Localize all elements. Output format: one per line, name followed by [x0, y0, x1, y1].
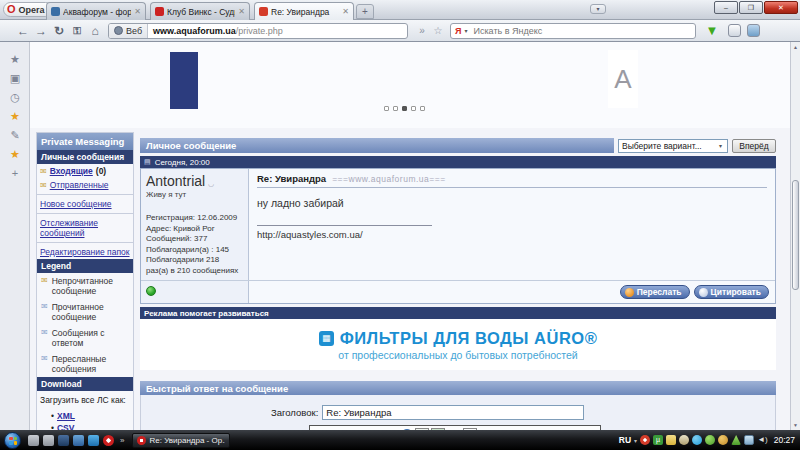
legend-read: Прочитанное сообщение	[52, 302, 130, 322]
tray-antivirus-icon[interactable]	[705, 435, 715, 445]
jump-select[interactable]: Выберите вариант... ▾	[618, 139, 728, 153]
tray-update-icon[interactable]	[718, 435, 728, 445]
tray-safely-remove-icon[interactable]	[731, 435, 741, 445]
back-button[interactable]: ←	[14, 24, 32, 38]
tray-key-icon[interactable]	[679, 435, 689, 445]
quote-button[interactable]: Цитировать	[694, 285, 769, 299]
message-cell: Re: Увирандра ===www.aquaforum.ua=== ну …	[249, 169, 775, 280]
address-bar[interactable]: Веб www.aquaforum.ua/private.php	[108, 23, 408, 39]
yandex-icon[interactable]: Я	[455, 26, 461, 36]
carousel-dot[interactable]	[411, 106, 416, 111]
download-caption: Загрузить все ЛС как:	[37, 391, 133, 407]
panel-history-icon[interactable]: ◷	[0, 88, 30, 107]
web-protocol-chip[interactable]: Веб	[109, 24, 148, 38]
images-toggle-icon[interactable]	[747, 24, 760, 37]
carousel-dot[interactable]	[384, 106, 389, 111]
carousel-dot[interactable]	[420, 106, 425, 111]
wand-key-icon[interactable]: ⚿	[68, 25, 86, 37]
quicklaunch-app-icon[interactable]	[58, 435, 69, 446]
scroll-up-icon[interactable]: ▲	[791, 42, 800, 52]
sidebar-item-new-message[interactable]: Новое сообщение	[40, 199, 112, 209]
quicklaunch-explorer-icon[interactable]	[73, 435, 84, 446]
quicklaunch-media-icon[interactable]	[88, 435, 99, 446]
taskbar-clock[interactable]: 20:27	[774, 435, 795, 445]
quicklaunch-desktop-icon[interactable]	[28, 435, 39, 446]
search-input[interactable]	[473, 26, 691, 36]
tab-klub-vinks[interactable]: Клуб Винкс - Судьба Б... ✕	[150, 2, 250, 20]
language-indicator[interactable]: RU	[619, 435, 631, 445]
pm-section-personal: Личные сообщения	[37, 150, 133, 164]
carousel-dot[interactable]	[393, 106, 398, 111]
tray-utorrent-icon[interactable]: µ	[653, 435, 663, 445]
subject-input[interactable]	[322, 405, 584, 420]
bookmark-star-icon[interactable]: ☆	[430, 25, 446, 36]
tray-network-icon[interactable]	[744, 435, 754, 445]
message-table: Antontrial ◡ Живу я тут Регистрация: 12.…	[140, 168, 776, 304]
reload-button[interactable]: ↻	[50, 24, 68, 38]
panel-speeddial-icon[interactable]: ★	[0, 145, 30, 164]
panel-bookmarks-icon[interactable]: ★	[0, 50, 30, 69]
banner-image-placeholder[interactable]	[170, 52, 198, 109]
tab-aquaforum[interactable]: Аквафорум - форум а... ✕	[46, 2, 146, 20]
unread-message-icon: ✉	[41, 276, 48, 285]
sidebar-item-inbox[interactable]: Входящие	[50, 166, 93, 176]
forward-button[interactable]: Переслать	[620, 285, 690, 299]
new-tab-button[interactable]: +	[356, 4, 374, 19]
tab-close-icon[interactable]: ✕	[342, 7, 349, 16]
tray-skype-icon[interactable]	[692, 435, 702, 445]
tray-expand-icon[interactable]: ▾	[634, 437, 637, 444]
bullet-icon: •	[51, 423, 54, 430]
tab-favicon-icon	[155, 7, 164, 16]
panel-add-icon[interactable]: +	[0, 164, 30, 183]
go-button[interactable]: Вперёд	[732, 139, 776, 153]
search-engine-caret-icon[interactable]: ▾	[464, 27, 470, 34]
ad-banner[interactable]: ▦ ФИЛЬТРЫ ДЛЯ ВОДЫ AÜRO® от профессионал…	[140, 319, 776, 370]
panel-widgets-icon[interactable]: ▣	[0, 69, 30, 88]
download-link-xml[interactable]: XML	[57, 411, 75, 421]
tab-close-icon[interactable]: ✕	[134, 7, 141, 16]
download-arrow-icon[interactable]: ▼	[702, 23, 722, 38]
forward-button[interactable]: →	[32, 24, 50, 38]
tab-re-uvirandra[interactable]: Re: Увирандра ✕	[254, 2, 354, 20]
windows-logo-icon	[9, 437, 17, 445]
sidebar-item-tracking[interactable]: Отслеживание сообщений	[40, 218, 130, 238]
message-subject-suffix: ===www.aquaforum.ua===	[332, 174, 446, 184]
close-button[interactable]: ✕	[764, 1, 798, 14]
post-icon: ▤	[144, 158, 151, 166]
scroll-down-icon[interactable]: ▼	[791, 420, 800, 430]
scrollbar-thumb[interactable]	[792, 180, 799, 290]
tab-title: Аквафорум - форум а...	[63, 7, 131, 17]
signature-link[interactable]: http://aquastyles.com.ua/	[257, 229, 767, 240]
page-scrollbar[interactable]: ▲ ▼	[790, 42, 800, 430]
home-button[interactable]: ⌂	[86, 24, 104, 38]
start-button[interactable]	[4, 432, 21, 449]
banner-carousel	[384, 106, 425, 111]
tab-bar: O Opera Аквафорум - форум а... ✕ Клуб Ви…	[0, 0, 800, 20]
username[interactable]: Antontrial	[146, 173, 205, 189]
quicklaunch-folder-icon[interactable]	[43, 435, 54, 446]
carousel-dot-active[interactable]	[402, 106, 407, 111]
minimize-button[interactable]: –	[714, 1, 738, 14]
bullet-icon: •	[51, 411, 54, 421]
panel-favorites-icon[interactable]: ★	[0, 107, 30, 126]
rss-icon[interactable]: »	[414, 25, 430, 36]
opera-logo-icon: O	[7, 4, 16, 15]
tray-opera-icon[interactable]	[640, 435, 650, 445]
tray-notes-icon[interactable]	[666, 435, 676, 445]
tabbar-collapse-button[interactable]: ▾	[590, 4, 606, 14]
tab-title: Клуб Винкс - Судьба Б...	[167, 7, 235, 17]
tab-close-icon[interactable]: ✕	[238, 7, 245, 16]
download-link-csv[interactable]: CSV	[57, 423, 74, 430]
sidebar-item-edit-folders[interactable]: Редактирование папок	[40, 247, 130, 257]
page-actions-icon[interactable]	[728, 24, 741, 37]
quicklaunch-overflow-icon[interactable]: »	[120, 436, 124, 445]
sidebar-item-sent[interactable]: Отправленные	[50, 180, 109, 190]
quicklaunch-opera-icon[interactable]	[103, 435, 114, 446]
quote-pencil-icon	[699, 288, 708, 297]
subject-label: Заголовок:	[271, 407, 318, 418]
search-box[interactable]: Я ▾	[450, 23, 696, 39]
panel-notes-icon[interactable]: ✎	[0, 126, 30, 145]
tray-volume-icon[interactable]: ◄)	[757, 435, 768, 445]
taskbar-button-opera[interactable]: Re: Увирандра - Op...	[132, 433, 230, 448]
maximize-button[interactable]: ❐	[739, 1, 763, 14]
